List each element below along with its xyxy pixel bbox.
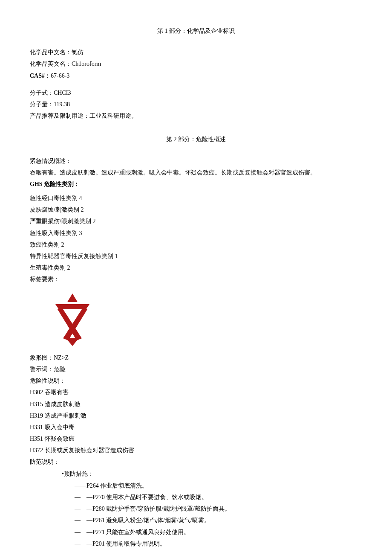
- prevention-text-3: —P271 只能在室外或通风良好处使用。: [86, 527, 190, 538]
- formula-line: 分子式：CHCI3: [30, 87, 362, 98]
- ghs-cat-6: 生殖毒性类别 2: [30, 262, 362, 273]
- use-line: 产品推荐及限制用途：工业及科研用途。: [30, 110, 362, 121]
- cas-line: CAS#：67-66-3: [30, 70, 362, 81]
- pictogram-image: [43, 291, 362, 350]
- ghs-cat-4: 致癌性类别 2: [30, 239, 362, 250]
- hazard-stmt-1: H315 造成皮肤刺激: [30, 399, 362, 410]
- english-name-label: 化学品英文名：: [30, 61, 72, 67]
- prevention-item-1: ——P280 戴防护手套/穿防护服/戴防护眼罩/戴防护面具。: [75, 503, 362, 514]
- prevention-section: •预防措施： ——P264 作业后彻底清洗。 ——P270 使用本产品时不要进食…: [62, 468, 362, 549]
- mw-label: 分子量：: [30, 101, 54, 108]
- prevention-text-2: —P261 避免吸入粉尘/烟/气体/烟雾/蒸气/喷雾。: [86, 515, 210, 526]
- precaution-label: 防范说明：: [30, 456, 362, 467]
- hazard-stmt-label: 危险性说明：: [30, 375, 362, 386]
- prevention-item-4: ——P201 使用前取得专用说明。: [75, 538, 362, 549]
- emergency-label: 紧急情况概述：: [30, 156, 362, 166]
- mw-value: 119.38: [54, 101, 70, 108]
- prevention-item-0: ——P270 使用本产品时不要进食、饮水或吸烟。: [75, 492, 362, 503]
- ghs-cat-3: 急性吸入毒性类别 3: [30, 228, 362, 238]
- hazard-stmt-0: H302 吞咽有害: [30, 387, 362, 398]
- section2-title: 第 2 部分：危险性概述: [30, 134, 362, 145]
- cas-label: CAS#：: [30, 73, 51, 79]
- hazard-stmt-4: H351 怀疑会致癌: [30, 433, 362, 444]
- ghs-cat-5: 特异性靶器官毒性反复接触类别 1: [30, 251, 362, 262]
- ghs-categories: 急性经口毒性类别 4 皮肤腐蚀/刺激类别 2 严重眼损伤/眼刺激类别 2 急性吸…: [30, 193, 362, 285]
- pictogram-label: 象形图：: [30, 355, 54, 361]
- prevention-text-1: —P280 戴防护手套/穿防护服/戴防护眼罩/戴防护面具。: [86, 503, 231, 514]
- use-value: 工业及科研用途。: [89, 113, 137, 119]
- hazard-stmt-3: H331 吸入会中毒: [30, 422, 362, 433]
- english-name-line: 化学品英文名：Ch1oroform: [30, 58, 362, 69]
- prevention-item-first: ——P264 作业后彻底清洗。: [75, 480, 362, 491]
- signal-word-label: 警示词：: [30, 366, 54, 372]
- label-elements: 标签要素：: [30, 274, 362, 285]
- prevention-item-3: ——P271 只能在室外或通风良好处使用。: [75, 527, 362, 538]
- ghs-label: GHS 危险性类别：: [30, 179, 362, 189]
- hazard-stmt-5: H372 长期或反复接触会对器官造成伤害: [30, 445, 362, 456]
- formula-label: 分子式：: [30, 90, 54, 96]
- prevention-items: ——P264 作业后彻底清洗。 ——P270 使用本产品时不要进食、饮水或吸烟。…: [75, 480, 362, 549]
- pictogram-line: 象形图：NZ>Z: [30, 352, 362, 363]
- hazard-stmt-2: H319 造成严重眼刺激: [30, 410, 362, 421]
- signal-word-value: 危险: [54, 366, 66, 372]
- prevention-text-4: —P201 使用前取得专用说明。: [86, 538, 166, 549]
- ghs-cat-0: 急性经口毒性类别 4: [30, 193, 362, 203]
- formula-block: 分子式：CHCI3 分子量：119.38 产品推荐及限制用途：工业及科研用途。: [30, 87, 362, 122]
- ghs-cat-1: 皮肤腐蚀/刺激类别 2: [30, 204, 362, 215]
- prevention-text-0: —P270 使用本产品时不要进食、饮水或吸烟。: [86, 492, 208, 503]
- ghs-cat-2: 严重眼损伤/眼刺激类别 2: [30, 216, 362, 227]
- english-name-value: Ch1oroform: [72, 61, 101, 67]
- pictogram-value: NZ>Z: [54, 355, 69, 361]
- formula-value: CHCI3: [54, 90, 71, 96]
- emergency-text: 吞咽有害。造成皮肤刺激。造成严重眼刺激。吸入会中毒。怀疑会致癌。长期或反复接触会…: [30, 167, 362, 178]
- identification-block: 化学品中文名：氯仿 化学品英文名：Ch1oroform CAS#：67-66-3: [30, 47, 362, 81]
- chinese-name-value: 氯仿: [72, 49, 84, 55]
- cas-value: 67-66-3: [51, 73, 69, 79]
- prevention-item-2: ——P261 避免吸入粉尘/烟/气体/烟雾/蒸气/喷雾。: [75, 515, 362, 526]
- chinese-name-label: 化学品中文名：: [30, 49, 72, 55]
- chinese-name-line: 化学品中文名：氯仿: [30, 47, 362, 58]
- signal-word-line: 警示词：危险: [30, 364, 362, 375]
- prevention-label: •预防措施：: [62, 468, 362, 479]
- use-label: 产品推荐及限制用途：: [30, 113, 89, 119]
- mw-line: 分子量：119.38: [30, 99, 362, 110]
- section1-title: 第 1 部分：化学品及企业标识: [30, 26, 362, 36]
- hazard-statements: H302 吞咽有害 H315 造成皮肤刺激 H319 造成严重眼刺激 H331 …: [30, 387, 362, 456]
